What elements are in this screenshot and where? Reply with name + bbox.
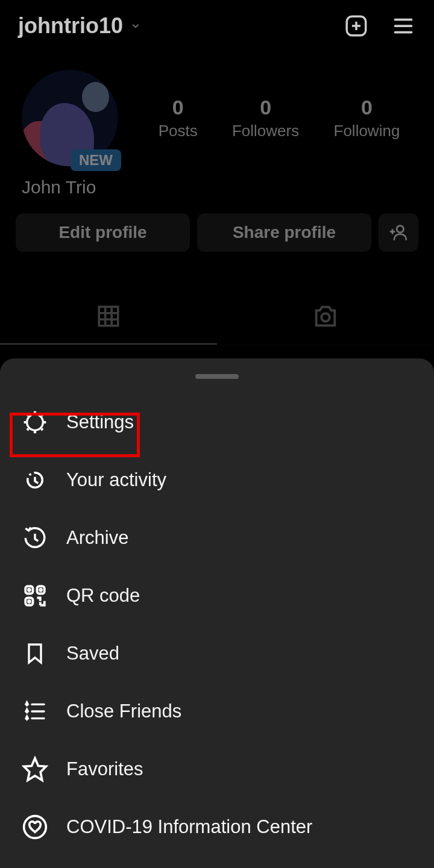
hamburger-icon [391,15,416,37]
profile-actions: Edit profile Share profile [0,205,434,260]
display-name: John Trio [22,177,417,198]
followers-count: 0 [260,96,271,119]
menu-activity-label: Your activity [66,469,166,491]
share-profile-button[interactable]: Share profile [197,213,371,252]
followers-label: Followers [232,122,299,140]
menu-favorites-label: Favorites [66,758,143,780]
menu-saved[interactable]: Saved [0,625,434,682]
tagged-icon [312,302,339,330]
menu-archive-label: Archive [66,527,128,549]
add-person-icon [388,222,409,243]
bookmark-icon [22,640,48,667]
svg-marker-25 [24,758,46,781]
menu-qr-label: QR code [66,585,140,607]
list-star-icon [22,698,48,725]
menu-covid-label: COVID-19 Information Center [66,816,312,838]
hamburger-menu-button[interactable] [391,13,416,39]
grid-tab[interactable] [0,289,217,345]
profile-stats: 0 Posts 0 Followers 0 Following [141,96,417,140]
header-actions [344,13,416,39]
menu-activity[interactable]: Your activity [0,451,434,509]
profile-info: NEW 0 Posts 0 Followers 0 Following John… [0,52,434,205]
qr-icon [22,582,48,609]
menu-settings-label: Settings [66,411,134,433]
gear-icon [22,409,48,436]
followers-stat[interactable]: 0 Followers [232,96,299,140]
posts-stat[interactable]: 0 Posts [159,96,198,140]
menu-saved-label: Saved [66,643,119,664]
menu-close-friends-label: Close Friends [66,701,181,722]
edit-profile-button[interactable]: Edit profile [16,213,190,252]
profile-row: NEW 0 Posts 0 Followers 0 Following [22,70,417,166]
discover-people-button[interactable] [379,213,418,252]
profile-tabs [0,289,434,345]
new-badge: NEW [71,149,121,171]
svg-rect-9 [99,307,118,326]
avatar-container[interactable]: NEW [22,70,118,166]
archive-icon [22,525,48,551]
tagged-tab[interactable] [217,289,434,345]
menu-close-friends[interactable]: Close Friends [0,682,434,740]
heart-circle-icon [22,814,48,840]
svg-point-21 [28,601,30,602]
chevron-down-icon [130,20,141,31]
menu-settings[interactable]: Settings [0,393,434,451]
svg-point-20 [40,589,42,591]
menu-qr[interactable]: QR code [0,567,434,625]
svg-point-19 [28,589,30,591]
menu-favorites[interactable]: Favorites [0,740,434,798]
menu-archive[interactable]: Archive [0,509,434,567]
posts-label: Posts [159,122,198,140]
grid-icon [96,304,121,329]
options-bottom-sheet: Settings Your activity Archive [0,358,434,868]
svg-point-6 [397,226,403,233]
profile-header: johntrio10 [0,0,434,52]
plus-square-icon [344,13,369,39]
activity-icon [22,467,48,493]
following-count: 0 [361,96,373,119]
username-dropdown[interactable]: johntrio10 [18,13,141,39]
following-stat[interactable]: 0 Following [334,96,400,140]
posts-count: 0 [172,96,184,119]
star-icon [22,756,48,782]
create-button[interactable] [344,13,369,39]
username-text: johntrio10 [18,13,123,39]
drag-handle[interactable] [195,374,239,379]
svg-point-26 [24,816,46,838]
svg-point-15 [27,414,43,431]
menu-covid[interactable]: COVID-19 Information Center [0,798,434,856]
svg-point-14 [321,313,329,321]
following-label: Following [334,122,400,140]
